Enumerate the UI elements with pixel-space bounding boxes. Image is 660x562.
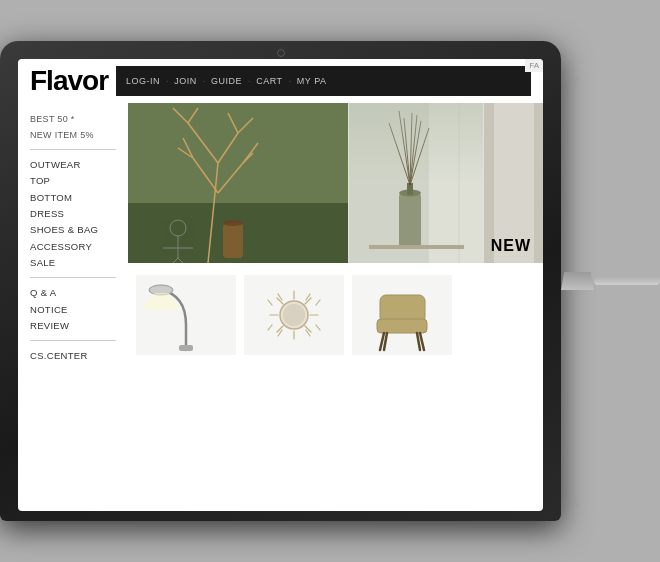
- sidebar: BEST 50 * NEW ITEM 5% OUTWEAR TOP BOTTOM…: [18, 103, 128, 511]
- svg-line-30: [410, 113, 412, 185]
- sidebar-promo-section: BEST 50 * NEW ITEM 5%: [30, 113, 116, 141]
- svg-point-26: [399, 190, 421, 197]
- sidebar-accessory[interactable]: ACCESSORY: [30, 240, 116, 253]
- product-image-lamp: [136, 275, 236, 355]
- nav-dot-1: ·: [166, 77, 168, 86]
- svg-rect-64: [377, 319, 427, 333]
- sidebar-categories-section: OUTWEAR TOP BOTTOM DRESS SHOES & BAG ACC…: [30, 158, 116, 269]
- svg-line-34: [410, 115, 417, 185]
- product-card-lamp[interactable]: [136, 275, 236, 355]
- product-image-mirror: [244, 275, 344, 355]
- nav-login[interactable]: LOG-IN: [126, 76, 160, 86]
- products-grid: [136, 275, 535, 355]
- sidebar-dress[interactable]: DRESS: [30, 207, 116, 220]
- sidebar-bottom[interactable]: BOTTOM: [30, 191, 116, 204]
- hero-banner: NEW: [128, 103, 543, 263]
- site-main: BEST 50 * NEW ITEM 5% OUTWEAR TOP BOTTOM…: [18, 103, 543, 511]
- svg-rect-22: [349, 103, 483, 263]
- product-card-mirror[interactable]: [244, 275, 344, 355]
- svg-point-16: [223, 220, 243, 226]
- sidebar-divider-3: [30, 340, 116, 341]
- sidebar-best[interactable]: BEST 50 *: [30, 113, 116, 126]
- monitor-dot: [277, 49, 285, 57]
- svg-rect-23: [429, 103, 483, 263]
- svg-rect-15: [223, 223, 243, 258]
- svg-line-31: [410, 121, 421, 185]
- svg-line-32: [410, 128, 429, 185]
- products-section: [128, 263, 543, 511]
- website: Flavor LOG-IN · JOIN · GUIDE · CART · MY…: [18, 59, 543, 511]
- svg-line-29: [404, 118, 410, 185]
- svg-rect-42: [179, 345, 193, 351]
- hero-image-1: [128, 103, 348, 263]
- sidebar-cs[interactable]: CS.CENTER: [30, 349, 116, 362]
- new-item-hero-label: NEW: [491, 237, 531, 255]
- monitor-screen: Flavor LOG-IN · JOIN · GUIDE · CART · MY…: [18, 59, 543, 511]
- site-header: Flavor LOG-IN · JOIN · GUIDE · CART · MY…: [18, 59, 543, 103]
- sidebar-outwear[interactable]: OUTWEAR: [30, 158, 116, 171]
- sidebar-shoes-bag[interactable]: SHOES & BAG: [30, 223, 116, 236]
- nav-dot-2: ·: [203, 77, 205, 86]
- nav-join[interactable]: JOIN: [174, 76, 197, 86]
- sidebar-sale[interactable]: SALE: [30, 256, 116, 269]
- sidebar-support-section: Q & A NOTICE REVIEW: [30, 286, 116, 332]
- monitor-stand: [561, 272, 594, 290]
- product-image-chair: [352, 275, 452, 355]
- nav-guide[interactable]: GUIDE: [211, 76, 242, 86]
- product-card-chair[interactable]: [352, 275, 452, 355]
- monitor: Flavor LOG-IN · JOIN · GUIDE · CART · MY…: [0, 41, 561, 521]
- monitor-base: [594, 277, 660, 285]
- nav-dot-4: ·: [289, 77, 291, 86]
- sidebar-divider-1: [30, 149, 116, 150]
- svg-rect-25: [399, 193, 421, 248]
- svg-rect-35: [369, 245, 464, 249]
- sidebar-qa[interactable]: Q & A: [30, 286, 116, 299]
- header-nav-bar: LOG-IN · JOIN · GUIDE · CART · MY PA: [116, 66, 531, 96]
- main-content: NEW: [128, 103, 543, 511]
- sidebar-divider-2: [30, 277, 116, 278]
- svg-line-28: [389, 123, 410, 185]
- partial-tab: FA: [525, 59, 543, 72]
- site-logo[interactable]: Flavor: [30, 65, 108, 97]
- nav-cart[interactable]: CART: [256, 76, 282, 86]
- sidebar-review[interactable]: REVIEW: [30, 319, 116, 332]
- svg-rect-27: [407, 183, 413, 195]
- hero-image-2: [348, 103, 483, 263]
- svg-line-33: [399, 111, 410, 185]
- svg-point-45: [283, 304, 305, 326]
- sidebar-notice[interactable]: NOTICE: [30, 303, 116, 316]
- sidebar-new-item[interactable]: NEW ITEM 5%: [30, 129, 116, 142]
- nav-mypage[interactable]: MY PA: [297, 76, 327, 86]
- sidebar-top[interactable]: TOP: [30, 174, 116, 187]
- nav-dot-3: ·: [248, 77, 250, 86]
